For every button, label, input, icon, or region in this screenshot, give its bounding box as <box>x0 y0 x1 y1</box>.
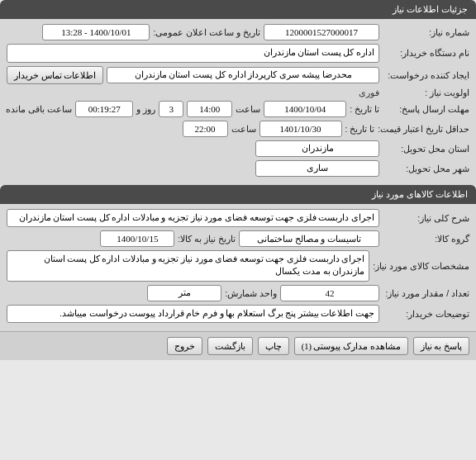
qty-field[interactable] <box>280 285 379 301</box>
unit-label: واحد شمارش: <box>225 288 277 298</box>
pub-date-field[interactable] <box>42 24 150 40</box>
pub-date-label: تاریخ و ساعت اعلان عمومی: <box>153 27 260 37</box>
section-need-info-body: شماره نیاز: تاریخ و ساعت اعلان عمومی: نا… <box>0 19 476 185</box>
exit-button[interactable]: خروج <box>167 337 202 355</box>
buyer-org-label: نام دستگاه خریدار: <box>383 48 469 58</box>
section-need-info-header: جزئیات اطلاعات نیاز <box>0 0 476 19</box>
price-valid-date-field[interactable] <box>259 121 342 137</box>
price-valid-label: حداقل تاریخ اعتبار قیمت: <box>378 124 469 134</box>
buyer-contact-button[interactable]: اطلاعات تماس خریدار <box>7 66 103 84</box>
buyer-org-field: اداره کل پست استان مازندران <box>7 44 379 63</box>
buyer-notes-field: جهت اطلاعات بیشتر پنج برگ استعلام بها و … <box>7 305 379 324</box>
days-label: روز و <box>136 104 155 114</box>
need-to-date-label: تاریخ نیاز به کالا: <box>178 234 236 244</box>
resp-hour-field[interactable] <box>187 101 232 117</box>
section-goods-body: شرح کلی نیاز: اجرای داربست فلزی جهت توسع… <box>0 204 476 332</box>
qty-label: تعداد / مقدار مورد نیاز: <box>383 288 469 298</box>
summary-label: شرح کلی نیاز: <box>383 213 469 223</box>
creator-label: ایجاد کننده درخواست: <box>383 70 469 80</box>
group-field[interactable] <box>239 230 379 247</box>
spec-label: مشخصات کالای مورد نیاز: <box>373 261 469 271</box>
summary-field: اجرای داربست فلزی جهت توسعه فضای مورد نی… <box>7 209 379 228</box>
respond-button[interactable]: پاسخ به نیاز <box>413 337 469 355</box>
creator-field[interactable] <box>107 67 379 83</box>
remaining-label: ساعت باقی مانده <box>6 104 72 114</box>
days-field[interactable] <box>159 101 183 117</box>
need-no-label: شماره نیاز: <box>383 27 469 37</box>
unit-field[interactable] <box>147 285 221 301</box>
priority-label: اولویت نیاز : <box>383 88 469 97</box>
group-label: گروه کالا: <box>383 234 469 244</box>
section1-title: جزئیات اطلاعات نیاز <box>393 4 468 14</box>
delivery-city-field[interactable] <box>255 160 379 177</box>
hour-label-2: ساعت <box>231 124 256 134</box>
spec-field: اجرای داربست فلزی جهت توسعه فضای مورد نی… <box>7 250 369 281</box>
footer-bar: پاسخ به نیاز مشاهده مدارک پیوستی (1) چاپ… <box>0 331 476 360</box>
priority-value: فوری <box>359 88 379 97</box>
print-button[interactable]: چاپ <box>258 337 289 355</box>
delivery-province-field[interactable] <box>255 140 379 157</box>
countdown-field <box>75 101 133 117</box>
back-button[interactable]: بازگشت <box>207 337 253 355</box>
to-date-label-2: تا تاریخ : <box>345 124 375 134</box>
buyer-notes-label: توضیحات خریدار: <box>383 309 469 319</box>
need-no-field[interactable] <box>264 24 379 40</box>
resp-deadline-label: مهلت ارسال پاسخ: <box>383 104 469 114</box>
hour-label-1: ساعت <box>236 104 260 114</box>
delivery-city-label: شهر محل تحویل: <box>383 164 469 173</box>
to-date-label-1: تا تاریخ : <box>350 104 379 114</box>
attachments-button[interactable]: مشاهده مدارک پیوستی (1) <box>294 337 408 355</box>
delivery-province-label: استان محل تحویل: <box>383 144 469 154</box>
section-goods-header: اطلاعات کالاهای مورد نیاز <box>0 185 476 204</box>
resp-date-field[interactable] <box>264 101 346 117</box>
price-valid-hour-field[interactable] <box>183 121 228 137</box>
need-to-date-field[interactable] <box>100 230 174 247</box>
section2-title: اطلاعات کالاهای مورد نیاز <box>372 189 468 199</box>
